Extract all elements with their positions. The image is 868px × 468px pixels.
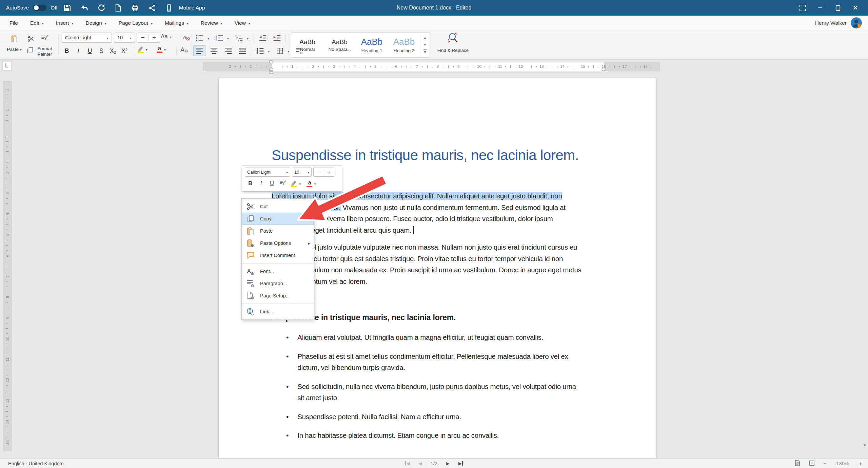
decrease-indent-button[interactable] — [256, 33, 269, 43]
undo-icon[interactable] — [77, 2, 92, 14]
mini-highlight-color-button[interactable] — [288, 179, 303, 188]
left-indent-marker[interactable] — [269, 71, 273, 74]
style-heading-1[interactable]: AaBbHeading 1 — [356, 33, 388, 57]
vertical-ruler[interactable]: 21123456789101112131415 — [3, 81, 12, 451]
mini-font-size-select[interactable]: 10 — [292, 168, 312, 177]
font-size-select[interactable]: 10 — [114, 33, 135, 43]
format-x-button[interactable]: X² — [119, 45, 130, 56]
right-indent-marker[interactable] — [601, 67, 606, 71]
menu-review[interactable]: Review — [195, 16, 229, 30]
context-menu-item-link[interactable]: Link... — [242, 306, 314, 318]
next-page-button[interactable] — [446, 461, 450, 466]
zoom-in-button[interactable]: + — [859, 461, 862, 466]
tab-selector[interactable]: L — [1, 60, 12, 71]
format-x-button[interactable]: X₂ — [107, 45, 119, 56]
context-menu-item-paste-options[interactable]: ⚙Paste Options — [242, 237, 314, 249]
increase-font-button[interactable]: + — [149, 34, 160, 41]
context-menu-item-cut[interactable]: Cut — [242, 200, 314, 213]
mini-format-painter-button[interactable] — [277, 179, 288, 188]
font-gear-icon: A⚙ — [246, 267, 255, 276]
align-right-button[interactable] — [222, 45, 235, 56]
format-s-button[interactable]: S — [96, 45, 107, 56]
minimize-icon[interactable]: − — [814, 2, 827, 14]
styles-more-icon[interactable] — [423, 50, 427, 54]
paste-label[interactable]: Paste — [3, 47, 26, 52]
print-layout-view-icon[interactable] — [794, 460, 801, 467]
format-u-button[interactable]: U — [84, 45, 96, 56]
new-document-icon[interactable] — [111, 2, 125, 14]
print-icon[interactable] — [128, 2, 142, 14]
format-painter-label[interactable]: Format Painter — [33, 46, 57, 57]
mini-font-name-select[interactable]: Calibri Light — [245, 168, 290, 177]
align-justify-button[interactable] — [236, 45, 249, 56]
avatar[interactable] — [851, 17, 862, 28]
paste-button[interactable] — [6, 32, 22, 45]
highlight-color-button[interactable] — [137, 45, 147, 53]
first-line-indent-marker[interactable] — [269, 60, 273, 65]
svg-text:3: 3 — [216, 39, 217, 41]
first-page-button[interactable] — [405, 461, 410, 466]
change-case-button[interactable]: Aa — [161, 33, 172, 40]
menu-separator — [242, 263, 314, 264]
context-menu-item-page-setup[interactable]: ⚙Page Setup... — [242, 290, 314, 302]
close-icon[interactable]: ✕ — [849, 2, 862, 14]
previous-page-button[interactable] — [418, 461, 422, 466]
align-center-button[interactable] — [208, 45, 220, 56]
borders-button[interactable] — [273, 45, 289, 56]
mini-format-i-button[interactable]: I — [256, 179, 267, 188]
menu-file[interactable]: File — [3, 16, 24, 30]
mini-increase-font-button[interactable]: + — [324, 169, 334, 176]
menu-design[interactable]: Design — [80, 16, 113, 30]
save-icon[interactable] — [60, 2, 75, 14]
format-painter-button[interactable] — [37, 32, 53, 45]
menu-edit[interactable]: Edit — [24, 16, 50, 30]
autosave-toggle[interactable] — [33, 5, 46, 11]
hanging-indent-marker[interactable] — [269, 67, 273, 71]
redo-icon[interactable] — [94, 2, 108, 14]
web-layout-view-icon[interactable] — [809, 460, 815, 467]
zoom-level[interactable]: 130% — [834, 461, 851, 466]
share-icon[interactable] — [145, 2, 159, 14]
scroll-down-icon[interactable]: ▾ — [864, 443, 866, 448]
text-cursor — [413, 226, 414, 234]
font-settings-button[interactable]: A⚙ — [180, 46, 188, 54]
menu-insert[interactable]: Insert — [50, 16, 80, 30]
increase-indent-button[interactable] — [271, 33, 283, 43]
format-b-button[interactable]: B — [61, 45, 73, 56]
multilevel-list-button[interactable]: 123 — [233, 33, 249, 43]
mini-decrease-font-button[interactable]: − — [314, 169, 324, 176]
numbered-list-button[interactable]: 123 — [213, 33, 229, 43]
language-indicator[interactable]: English - United Kingdom — [0, 461, 64, 466]
mini-font-color-button[interactable]: a — [303, 179, 319, 188]
fullscreen-icon[interactable] — [796, 2, 809, 14]
menu-mailings[interactable]: Mailings — [159, 16, 195, 30]
styles-scroll-up-icon[interactable] — [423, 36, 427, 40]
format-i-button[interactable]: I — [73, 45, 84, 56]
style-no-spaci[interactable]: AaBbNo Spaci... — [323, 33, 356, 57]
context-menu-item-copy[interactable]: Copy — [242, 213, 314, 225]
mobile-app-label: Mobile App — [179, 5, 205, 11]
find-replace-button[interactable]: Find & Replace — [437, 32, 469, 53]
mobile-icon[interactable] — [162, 2, 176, 14]
paragraph-settings-button[interactable]: ⚙ — [293, 45, 306, 56]
menu-page-layout[interactable]: Page Layout — [113, 16, 159, 30]
context-menu-item-paragraph[interactable]: ⚙Paragraph... — [242, 277, 314, 290]
styles-scroll-down-icon[interactable] — [423, 43, 427, 46]
menu-view[interactable]: View — [229, 16, 256, 30]
context-menu-item-insert-comment[interactable]: Insert Comment — [242, 249, 314, 261]
font-color-button[interactable]: a — [157, 45, 166, 53]
context-menu-item-font[interactable]: A⚙Font... — [242, 265, 314, 277]
restore-icon[interactable] — [831, 2, 844, 14]
context-menu-item-paste[interactable]: Paste — [242, 225, 314, 237]
font-name-select[interactable]: Calibri Light — [62, 33, 112, 43]
mini-format-b-button[interactable]: B — [245, 179, 256, 188]
bullet-list-button[interactable] — [193, 33, 209, 43]
cut-button[interactable] — [24, 33, 37, 44]
zoom-out-button[interactable]: − — [823, 461, 826, 466]
mini-format-u-button[interactable]: U — [267, 179, 277, 188]
decrease-font-button[interactable]: − — [137, 34, 149, 41]
style-heading-2[interactable]: AaBbHeading 2 — [388, 33, 420, 57]
line-spacing-button[interactable] — [254, 45, 270, 56]
last-page-button[interactable] — [458, 461, 463, 466]
align-left-button[interactable] — [193, 45, 206, 56]
